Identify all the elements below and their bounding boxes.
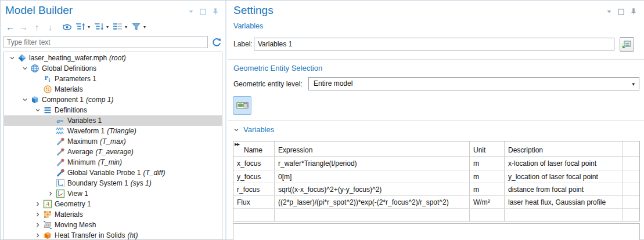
refresh-button[interactable]: [211, 37, 222, 48]
expression-cell[interactable]: sqrt((x-x_focus)^2+(y-y_focus)^2): [275, 183, 470, 195]
global-probe-icon: [55, 168, 66, 177]
unit-cell[interactable]: W/m²: [470, 196, 505, 208]
filter-icon[interactable]: [130, 21, 142, 33]
expression-cell[interactable]: 0[m]: [275, 170, 470, 183]
spare-cell[interactable]: [623, 157, 638, 170]
model-tree-node-text-icon[interactable]: [111, 21, 124, 33]
pin-icon[interactable]: [211, 8, 220, 16]
tree-item-tag: (sys 1): [131, 179, 152, 187]
name-cell[interactable]: x_focus: [233, 157, 275, 170]
description-cell[interactable]: [505, 209, 623, 221]
tree-item-variables-1[interactable]: a=Variables 1: [4, 115, 222, 126]
collapse-all-icon[interactable]: [93, 21, 105, 33]
tree-item-moving-mesh[interactable]: Moving Mesh: [4, 220, 222, 230]
expression-cell[interactable]: r_wafer*Triangle(t/period): [275, 157, 470, 170]
name-cell[interactable]: [233, 209, 275, 221]
tree-item-label: View 1: [67, 190, 88, 198]
expression-cell[interactable]: [275, 209, 470, 221]
float-icon[interactable]: [199, 8, 207, 16]
variable-row: y_focus0[m]my_location of laser focal po…: [233, 170, 639, 183]
panel-menu-icon[interactable]: [188, 8, 195, 15]
section-collapse-icon[interactable]: [233, 127, 239, 133]
tree-item-average[interactable]: Average(T_average): [4, 147, 222, 157]
forward-arrow-icon[interactable]: →: [17, 21, 30, 33]
description-cell[interactable]: y_location of laser focal point: [505, 170, 623, 183]
unit-cell[interactable]: m: [470, 170, 505, 183]
dropdown-arrow-icon[interactable]: ▾: [88, 24, 90, 30]
show-in-model-builder-button[interactable]: [620, 37, 634, 52]
unit-cell[interactable]: m: [470, 183, 505, 195]
chevron-expanded-icon[interactable]: [8, 55, 16, 61]
tree-item-tag: (root): [109, 54, 126, 62]
geometric-entity-level-label: Geometric entity level:: [233, 80, 303, 88]
tree-item-view-1[interactable]: View 1: [4, 188, 222, 199]
active-selection-toggle-button[interactable]: [233, 96, 251, 115]
table-body: x_focusr_wafer*Triangle(t/period)mx-loca…: [233, 157, 639, 221]
tree-item-label: Waveform 1: [67, 127, 105, 135]
tree-item-definitions[interactable]: Definitions: [4, 105, 222, 115]
variables-table: ▶▶Name Expression Unit Description x_foc…: [233, 141, 640, 221]
tree-item-tag: (Triangle): [107, 127, 136, 135]
tree-item-global-definitions[interactable]: Global Definitions: [4, 63, 222, 74]
name-cell[interactable]: r_focus: [233, 183, 275, 195]
chevron-expanded-icon[interactable]: [20, 97, 29, 103]
tree-item-tag: (T_min): [98, 158, 122, 166]
tree-item-geometry-1[interactable]: AGeometry 1: [4, 199, 222, 209]
spare-cell[interactable]: [623, 209, 638, 221]
chevron-collapsed-icon[interactable]: [33, 222, 42, 228]
chevron-collapsed-icon[interactable]: [33, 201, 42, 207]
chevron-expanded-icon[interactable]: [20, 66, 29, 71]
expand-all-icon[interactable]: [74, 21, 87, 33]
tree-item-parameters-1[interactable]: PiParameters 1: [4, 74, 222, 84]
tree-item-label: Maximum: [67, 137, 98, 146]
chevron-collapsed-icon[interactable]: [46, 191, 55, 197]
tree-item-minimum[interactable]: Minimum(T_min): [4, 157, 222, 168]
spare-cell[interactable]: [623, 170, 638, 183]
tree-item-materials[interactable]: Materials: [4, 209, 222, 220]
move-down-icon[interactable]: ↓: [44, 21, 56, 33]
unit-cell[interactable]: [470, 209, 505, 221]
tree-item-tag: (ht): [127, 231, 138, 239]
combo-dropdown-icon[interactable]: ▾: [632, 78, 635, 91]
tree-item-component-1[interactable]: Component 1(comp 1): [4, 94, 222, 105]
filter-input[interactable]: [3, 36, 208, 48]
chevron-collapsed-icon[interactable]: [33, 232, 42, 238]
tree-item-label: Materials: [55, 85, 83, 93]
chevron-expanded-icon[interactable]: [33, 107, 42, 113]
tree-item-boundary-system-1[interactable]: Boundary System 1(sys 1): [4, 178, 222, 188]
tree-item-label: Variables 1: [67, 117, 102, 125]
description-cell[interactable]: x-location of laser focal point: [505, 157, 623, 170]
parameters-icon: Pi: [42, 75, 53, 83]
pin-icon[interactable]: [629, 8, 638, 16]
move-up-icon[interactable]: ↑: [31, 21, 43, 33]
dropdown-arrow-icon[interactable]: ▾: [143, 24, 146, 30]
description-cell[interactable]: laser heat flux, Gaussian profile: [505, 196, 623, 208]
tree-item-heat-transfer-in-solids[interactable]: Heat Transfer in Solids(ht): [4, 230, 222, 240]
name-cell[interactable]: y_focus: [233, 170, 275, 183]
spare-cell[interactable]: [623, 183, 638, 195]
description-cell[interactable]: distance from focal point: [505, 183, 623, 195]
tree-item-laser-heating-wafer-mph[interactable]: laser_heating_wafer.mph(root): [4, 53, 222, 63]
label-input[interactable]: [254, 38, 614, 50]
show-icon[interactable]: [61, 21, 73, 33]
dropdown-arrow-icon[interactable]: ▾: [125, 24, 127, 30]
name-cell[interactable]: Flux: [233, 196, 275, 208]
dropdown-arrow-icon[interactable]: ▾: [106, 24, 109, 30]
tree-item-maximum[interactable]: Maximum(T_max): [4, 136, 222, 147]
float-icon[interactable]: [617, 8, 625, 16]
table-empty-area[interactable]: [233, 223, 640, 240]
chevron-collapsed-icon[interactable]: [33, 212, 42, 217]
geometry-icon: A: [42, 199, 53, 209]
back-arrow-icon[interactable]: ←: [4, 21, 16, 33]
tree-item-label: Materials: [55, 210, 83, 219]
variables-icon: a=: [55, 118, 66, 124]
name-column-header: ▶▶Name: [233, 141, 275, 157]
geometric-entity-level-select[interactable]: Entire model ▾: [308, 77, 639, 90]
tree-item-waveform-1[interactable]: Waveform 1(Triangle): [4, 126, 222, 136]
panel-menu-icon[interactable]: [606, 8, 613, 15]
tree-item-materials[interactable]: Materials: [4, 84, 222, 94]
tree-item-global-variable-probe-1[interactable]: Global Variable Probe 1(T_diff): [4, 168, 222, 178]
spare-cell[interactable]: [623, 196, 638, 208]
expression-cell[interactable]: ((2*p_laser)/(pi*r_spot^2))*exp(-(2*r_fo…: [275, 196, 470, 208]
unit-cell[interactable]: m: [470, 157, 505, 170]
